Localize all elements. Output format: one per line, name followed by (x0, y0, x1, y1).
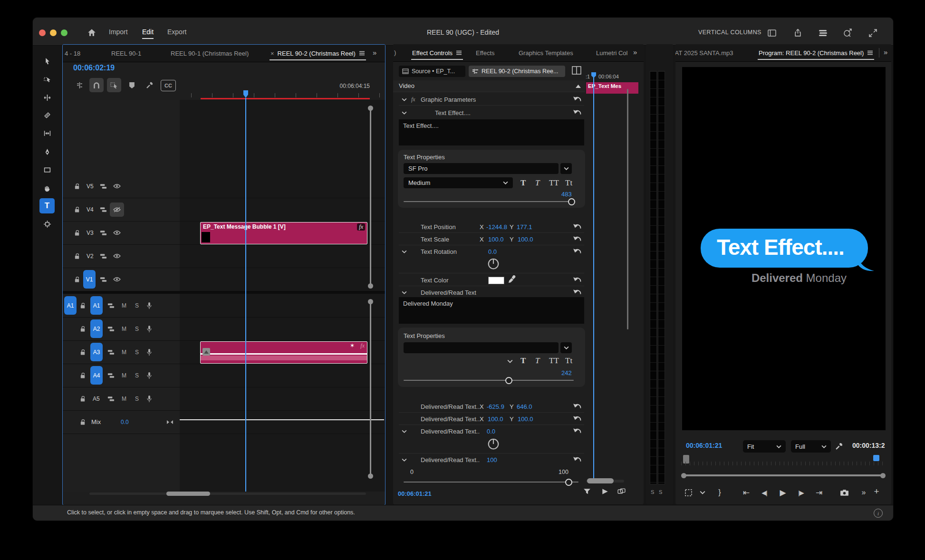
font-family-select[interactable] (404, 342, 559, 353)
timeline-hscroll-track[interactable] (89, 492, 366, 495)
info-icon[interactable]: i (874, 509, 883, 518)
solo-button[interactable]: S (135, 372, 139, 379)
mix-automation-line[interactable] (180, 419, 384, 420)
dr-opacity-value[interactable]: 100 (487, 456, 497, 463)
track-label[interactable]: A5 (93, 396, 100, 402)
scrollbar-handle[interactable] (368, 283, 373, 289)
all-caps-button[interactable]: TT (549, 178, 559, 188)
dr-rotation-value[interactable]: 0.0 (487, 428, 495, 435)
solo-meter-button[interactable]: S (659, 489, 662, 495)
faux-bold-button[interactable]: T (520, 178, 526, 188)
timeline-tab-3[interactable]: × REEL 90-2 (Christmas Reel) (270, 45, 365, 62)
sync-lock-icon[interactable] (100, 277, 107, 282)
mic-icon[interactable] (146, 325, 152, 333)
sequence-button[interactable]: REEL 90-2 (Christmas Ree... (469, 66, 565, 77)
solo-button[interactable]: S (135, 302, 139, 309)
eyedropper-icon[interactable] (508, 275, 516, 283)
lock-icon[interactable] (80, 302, 86, 309)
tab-lumetri-color[interactable]: Lumetri Col (596, 44, 627, 61)
timeline-tab-0[interactable]: 4 - 18 (65, 45, 80, 62)
effects-vertical-scrollbar[interactable] (627, 89, 628, 329)
lock-icon[interactable] (74, 253, 80, 260)
lock-icon[interactable] (74, 230, 80, 236)
add-marker-icon[interactable] (125, 79, 138, 91)
dr-opacity-slider-knob[interactable] (565, 479, 572, 486)
lock-icon[interactable] (80, 396, 86, 402)
panel-menu-icon[interactable] (456, 50, 462, 55)
tab-overflow-icon[interactable]: » (884, 48, 886, 56)
tab-overflow-icon[interactable]: » (373, 48, 376, 57)
sync-lock-icon[interactable] (100, 207, 107, 212)
tab-effects[interactable]: Effects (476, 44, 495, 61)
dr-scale-y[interactable]: 100.0 (518, 415, 533, 423)
sync-lock-icon[interactable] (107, 326, 115, 332)
text-rotation-value[interactable]: 0.0 (488, 248, 497, 255)
font-size-slider[interactable] (404, 380, 574, 381)
solo-meter-button[interactable]: S (651, 489, 654, 495)
program-playhead-timecode[interactable]: 00:06:01:21 (686, 442, 722, 449)
sync-lock-icon[interactable] (107, 373, 115, 378)
program-playhead-handle[interactable] (873, 455, 879, 461)
small-caps-button[interactable]: Tt (565, 178, 572, 188)
sync-lock-icon[interactable] (107, 349, 115, 355)
filter-properties-icon[interactable] (583, 488, 594, 499)
add-button-icon[interactable]: + (871, 486, 882, 497)
text-scale-y[interactable]: 100.0 (518, 236, 533, 243)
chevron-down-icon[interactable] (402, 111, 407, 115)
small-caps-button[interactable]: Tt (565, 356, 572, 366)
text-scale-x[interactable]: 100.0 (488, 236, 504, 243)
quick-export-icon[interactable] (842, 28, 853, 38)
mute-button[interactable]: M (122, 396, 126, 402)
reset-parameter-icon[interactable] (573, 248, 582, 255)
sync-lock-icon[interactable] (107, 396, 115, 402)
track-select-forward-tool[interactable] (39, 71, 55, 87)
program-settings-wrench-icon[interactable] (835, 442, 843, 450)
mute-button[interactable]: M (122, 349, 126, 356)
audio-clip[interactable]: ✶ fx (200, 341, 367, 364)
reset-parameter-icon[interactable] (573, 235, 582, 242)
reset-parameter-icon[interactable] (573, 276, 582, 283)
graphic-parameters-row[interactable]: fx Graphic Parameters (393, 94, 585, 106)
hand-tool[interactable] (39, 181, 55, 196)
lock-icon[interactable] (74, 183, 80, 190)
chevron-down-icon[interactable] (402, 430, 407, 433)
mini-timeline-clip[interactable]: EP_Text Mes (586, 82, 638, 94)
mark-out-icon[interactable]: } (714, 487, 725, 498)
scrollbar-handle[interactable] (368, 299, 373, 304)
lock-icon[interactable] (74, 276, 80, 283)
reset-parameter-icon[interactable] (573, 427, 582, 434)
panel-menu-icon[interactable] (867, 50, 873, 55)
selection-tool[interactable] (39, 53, 55, 68)
font-family-chevron-button[interactable] (560, 342, 572, 353)
pen-tool[interactable] (39, 144, 55, 159)
solo-button[interactable]: S (135, 396, 139, 402)
mic-icon[interactable] (146, 302, 152, 309)
font-size-value[interactable]: 483 (561, 191, 572, 198)
all-caps-button[interactable]: TT (549, 356, 559, 366)
mix-volume-value[interactable]: 0.0 (121, 419, 129, 425)
captions-icon[interactable]: CC (161, 80, 176, 91)
snap-toggle-icon[interactable] (89, 78, 104, 92)
playback-resolution-select[interactable]: Full (791, 440, 831, 453)
timeline-ruler[interactable]: 00:06:04:15 (180, 64, 385, 100)
button-overflow-icon[interactable]: » (858, 487, 868, 498)
audio-tracks-scrollbar[interactable] (370, 301, 371, 476)
rectangle-tool[interactable] (39, 162, 55, 177)
video-clip[interactable]: EP_Text Message Bubble 1 [V] fx (200, 222, 367, 244)
go-to-out-icon[interactable]: ⇥ (814, 487, 824, 498)
font-family-chevron-button[interactable] (560, 163, 572, 174)
track-target-badge[interactable]: A2 (90, 319, 103, 338)
timeline-tab-2[interactable]: REEL 90-1 (Christmas Reel) (171, 45, 249, 62)
export-frame-icon[interactable] (839, 487, 849, 498)
faux-italic-button[interactable]: T (535, 178, 540, 188)
reset-parameter-icon[interactable] (573, 96, 582, 103)
mix-track-label[interactable]: Mix (91, 418, 101, 425)
text-position-y[interactable]: 177.1 (517, 223, 532, 231)
track-target-badge[interactable]: V1 (83, 270, 96, 289)
panel-menu-icon[interactable] (359, 51, 365, 56)
rotation-dial[interactable] (487, 258, 500, 270)
text-effect-input[interactable]: Text Effect.... (399, 119, 584, 145)
mic-icon[interactable] (146, 395, 152, 403)
clipped-tab[interactable]: ) (394, 49, 396, 56)
workspace-panel-icon[interactable] (767, 28, 777, 38)
